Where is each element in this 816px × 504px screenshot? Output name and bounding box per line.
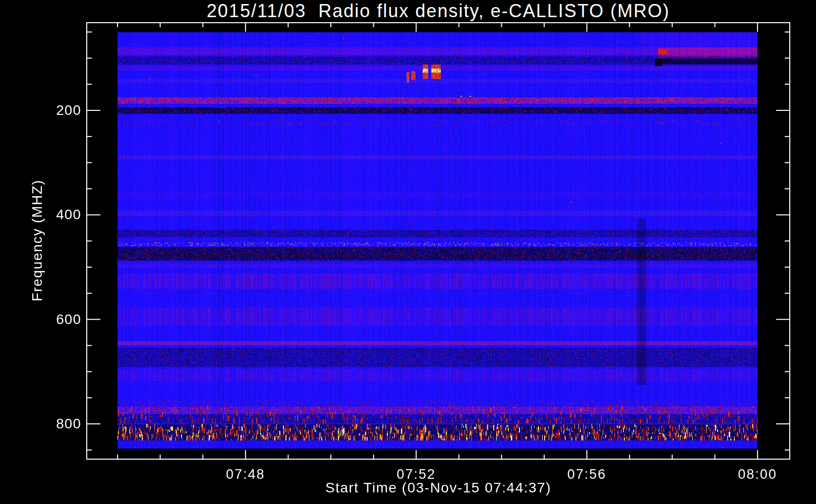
x-axis-title: Start Time (03-Nov-15 07:44:37) [86, 480, 790, 496]
y-tick-label: 800 [16, 416, 81, 432]
y-tick-label: 600 [16, 311, 81, 328]
plot-frame [87, 23, 790, 459]
plot-axes [0, 0, 816, 504]
y-axis-title: Frequency (MHZ) [29, 179, 45, 301]
y-tick-label: 200 [16, 102, 81, 118]
y-tick-label: 400 [16, 207, 81, 223]
